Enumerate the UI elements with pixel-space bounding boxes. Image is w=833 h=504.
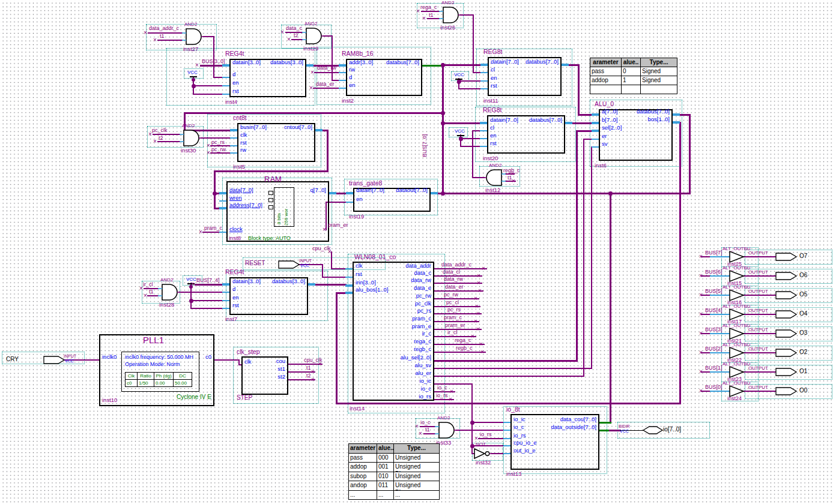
pin-name: O7 [799, 253, 807, 259]
table-cell: 010 [377, 472, 394, 482]
port-label: cou [276, 358, 285, 364]
wire [710, 371, 730, 373]
instance-label: inst13 [506, 471, 521, 477]
port-stub [222, 300, 229, 301]
input-pin-CRY[interactable] [43, 356, 65, 364]
bidir-pin-io[7..0][interactable] [643, 426, 664, 434]
wire [744, 275, 776, 277]
port-stub [673, 113, 680, 116]
wire [710, 295, 730, 296]
wire [689, 114, 691, 194]
port-label: databus[3..0] [272, 278, 305, 284]
block-title-ram8b-16: RAM8b_16 [342, 50, 374, 57]
output-pin-O1[interactable] [775, 368, 797, 376]
table-header-cell: Type... [394, 444, 440, 454]
table-cell: Unsigned Binary [394, 454, 440, 463]
port-label: irin[3..0] [356, 280, 376, 286]
pin-default-label: VCC [65, 359, 74, 363]
pin-type-label: INPUT [299, 259, 312, 263]
and-gate-inst33[interactable] [435, 421, 456, 439]
and-gate-inst28[interactable] [158, 283, 180, 301]
pin-type-label: OUTPUT [748, 366, 768, 371]
table-cell: 1 [622, 76, 641, 85]
port-label: c0 [205, 354, 211, 360]
net-label: rega_c [420, 5, 437, 10]
net-cross-icon: × [477, 280, 480, 286]
output-pin-O2[interactable] [775, 349, 797, 357]
net-label: ir_cl [143, 282, 153, 287]
table-cell: c0 [126, 380, 138, 387]
net-label: pram_c [444, 315, 462, 320]
and-gate-inst27[interactable] [182, 28, 204, 46]
port-stub [230, 137, 237, 139]
table-cell: pass [349, 454, 377, 463]
annotation-text: Operation Mode: Norm [125, 362, 180, 367]
port-label: en [491, 75, 497, 81]
port-label: databus[7..0] [637, 109, 670, 115]
port-label: en [490, 133, 497, 139]
gate-type-label: AND2 [441, 1, 454, 5]
wire [203, 36, 214, 37]
net-label: data_addr_c [149, 26, 179, 31]
output-pin-O5[interactable] [775, 291, 797, 299]
table-header-cell: Type... [641, 58, 677, 67]
and-gate-inst26[interactable] [439, 6, 461, 24]
wire [288, 364, 323, 365]
net-label: t1 [306, 365, 311, 371]
instance-label: inst2 [342, 98, 354, 104]
output-pin-O3[interactable] [775, 329, 797, 338]
port-label: busin[7..0] [240, 124, 267, 130]
wire [322, 277, 346, 278]
net-cross-icon: × [309, 85, 313, 91]
output-pin-O7[interactable] [775, 253, 797, 261]
port-label: data_c [414, 270, 431, 276]
port-stub [339, 88, 346, 89]
gate-type-label: AND2 [489, 163, 501, 168]
port-stub [592, 146, 599, 148]
net-cross-icon: × [323, 227, 326, 233]
port-label: io_ic [419, 378, 431, 384]
port-label: ir_c [422, 331, 431, 337]
not-gate-inst32[interactable] [473, 448, 494, 460]
net-cross-icon: × [153, 37, 157, 43]
vcc-dot [459, 137, 462, 140]
and-gate-inst29[interactable] [302, 27, 324, 45]
net-label: BUS[7..4] [196, 278, 220, 283]
net-label: pc_clk [152, 128, 168, 133]
annotation-text: Cyclone IV E [177, 394, 211, 400]
port-label: data_addr [405, 263, 431, 269]
block-title-reg4t-a: REG4t [225, 50, 244, 57]
net-cross-icon: × [207, 150, 210, 156]
port-label: st2 [277, 374, 285, 380]
port-label: regb_c [414, 346, 431, 352]
net-label: data_c [286, 26, 302, 31]
wire [214, 170, 216, 209]
junction-dot [441, 191, 445, 196]
table-header-cell: alue.. [622, 58, 641, 67]
port-label: address[7..0] [229, 202, 262, 208]
net-label: t1 [149, 289, 154, 295]
output-pin-O0[interactable] [775, 387, 797, 395]
block-title-clk-step: clk_step [237, 349, 260, 355]
port-label: st1 [277, 366, 285, 372]
output-pin-O4[interactable] [775, 310, 797, 319]
input-pin-RESET[interactable] [278, 260, 300, 269]
port-stub [219, 200, 226, 202]
port-stub [480, 64, 488, 66]
port-label: io_c [513, 424, 524, 430]
net-label: io_c [437, 385, 447, 391]
and-gate-inst12[interactable] [484, 169, 506, 187]
annotation-text: BUS[7..0] [422, 134, 428, 157]
port-stub [222, 94, 229, 95]
wire [157, 141, 180, 142]
pin-type-label: OUTPUT [748, 328, 768, 332]
net-cross-icon: × [318, 361, 322, 367]
output-pin-O6[interactable] [775, 272, 797, 280]
wire [460, 14, 474, 16]
wire [744, 352, 776, 353]
port-label: alu_bos[1..0] [356, 287, 388, 293]
annotation-text: Block type: AUTO [248, 236, 291, 241]
wire [201, 137, 231, 139]
net-cross-icon: × [476, 311, 480, 317]
and-gate-inst30[interactable] [180, 129, 201, 147]
